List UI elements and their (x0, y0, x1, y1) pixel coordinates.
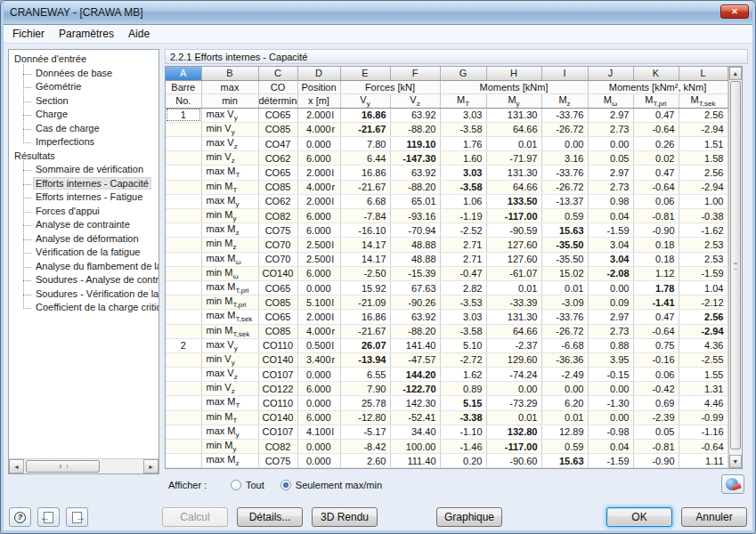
cell-value[interactable]: 3.04 (588, 252, 633, 266)
cell-barre-no[interactable] (166, 180, 201, 194)
cell-value[interactable]: 2.56 (679, 108, 728, 122)
tree-item-soudures-analyse-de-contrainte[interactable]: Soudures - Analyse de contrainte (20, 273, 159, 287)
cell-value[interactable]: 127.60 (486, 252, 541, 266)
cell-value[interactable]: 14.17 (340, 238, 390, 252)
cell-value[interactable]: 1.06 (440, 194, 486, 208)
cell-value[interactable]: -61.07 (486, 266, 541, 280)
cell-maxmin[interactable]: min Mz (201, 238, 258, 252)
cell-maxmin[interactable]: min Vy (201, 352, 258, 367)
column-letter-D[interactable]: D (297, 67, 340, 80)
cell-value[interactable]: -2.72 (440, 352, 486, 367)
cell-barre-no[interactable] (166, 122, 201, 136)
cell-value[interactable]: 0.18 (633, 238, 679, 252)
cell-value[interactable]: 0.88 (588, 338, 633, 352)
cell-value[interactable]: -74.24 (486, 368, 541, 382)
cell-value[interactable]: 0.00 (486, 382, 541, 396)
cell-position[interactable]: 0.000 (297, 454, 340, 468)
cell-value[interactable]: 1.58 (679, 151, 728, 166)
cell-co[interactable]: CO65 (258, 166, 297, 180)
cell-co[interactable]: CO107 (258, 368, 297, 382)
cell-value[interactable]: -90.60 (486, 454, 541, 468)
cell-co[interactable]: CO140 (258, 410, 297, 425)
cell-value[interactable]: 0.00 (588, 382, 633, 396)
cell-value[interactable]: 0.47 (633, 166, 679, 180)
cell-value[interactable]: 4.46 (679, 396, 728, 410)
column-letter-A[interactable]: A (166, 67, 201, 80)
cell-value[interactable]: -117.00 (486, 440, 541, 454)
cell-value[interactable]: 119.10 (390, 137, 440, 151)
menu-item-param-tres[interactable]: Paramètres (52, 26, 121, 42)
column-letter-H[interactable]: H (486, 67, 541, 80)
calcul-button[interactable]: Calcul (162, 507, 228, 527)
cell-value[interactable]: -1.10 (440, 425, 486, 439)
column-letter-I[interactable]: I (541, 67, 588, 80)
cell-value[interactable]: 4.36 (679, 338, 728, 352)
cell-value[interactable]: 48.88 (390, 238, 440, 252)
sidebar-hscroll-track[interactable] (24, 459, 143, 473)
cell-value[interactable]: -6.68 (541, 338, 588, 352)
cell-value[interactable]: -12.80 (340, 410, 390, 425)
cell-barre-no[interactable]: 2 (166, 338, 201, 352)
cell-value[interactable]: 0.59 (541, 440, 588, 454)
cell-value[interactable]: 67.63 (390, 280, 440, 295)
radio-seulement-maxmin[interactable]: Seulement max/min (280, 480, 382, 490)
cell-value[interactable]: 34.40 (390, 425, 440, 439)
details-button[interactable]: Détails... (237, 507, 303, 527)
cell-maxmin[interactable]: min My (201, 440, 258, 454)
cell-value[interactable]: -35.50 (541, 238, 588, 252)
cell-value[interactable]: 1.00 (679, 194, 728, 208)
next-table-button[interactable]: → (66, 507, 88, 527)
cell-position[interactable]: 2.000l (297, 194, 340, 208)
cell-co[interactable]: CO82 (258, 440, 297, 454)
cell-value[interactable]: 111.40 (390, 454, 440, 468)
cell-value[interactable]: -2.49 (541, 368, 588, 382)
cell-position[interactable]: 6.000 (297, 209, 340, 223)
cell-barre-no[interactable] (166, 252, 201, 266)
cell-value[interactable]: 1.51 (679, 137, 728, 151)
cell-barre-no[interactable] (166, 137, 201, 151)
cell-value[interactable]: 16.86 (340, 310, 390, 324)
cell-maxmin[interactable]: max MT (201, 166, 258, 180)
cell-value[interactable]: -122.70 (390, 382, 440, 396)
cell-barre-no[interactable]: 1 (166, 108, 201, 122)
cell-value[interactable]: -33.76 (541, 108, 588, 122)
cell-value[interactable]: 1.31 (679, 382, 728, 396)
tree-item-v-rification-de-la-fatigue[interactable]: Vérification de la fatigue (20, 246, 159, 260)
sidebar-hscroll-thumb[interactable] (26, 460, 100, 473)
cell-value[interactable]: -1.59 (679, 266, 728, 280)
cell-co[interactable]: CO110 (258, 338, 297, 352)
cell-value[interactable]: 2.73 (588, 324, 633, 338)
cell-value[interactable]: 12.89 (541, 425, 588, 439)
cell-value[interactable]: 64.66 (486, 180, 541, 194)
cell-position[interactable]: 0.000 (297, 280, 340, 295)
cell-barre-no[interactable] (166, 454, 201, 468)
cell-value[interactable]: 2.73 (588, 122, 633, 136)
cell-barre-no[interactable] (166, 382, 201, 396)
cell-maxmin[interactable]: max Mz (201, 223, 258, 238)
cell-value[interactable]: -0.64 (633, 180, 679, 194)
rendu-3d-button[interactable]: 3D Rendu (312, 507, 378, 527)
cell-value[interactable]: 131.30 (486, 310, 541, 324)
cell-co[interactable]: CO107 (258, 425, 297, 439)
cell-value[interactable]: -0.81 (633, 209, 679, 223)
cell-value[interactable]: 127.60 (486, 238, 541, 252)
cell-value[interactable]: 2.56 (679, 166, 728, 180)
cell-position[interactable]: 0.000 (297, 396, 340, 410)
radio-tout-icon[interactable] (231, 480, 241, 490)
cell-maxmin[interactable]: max Vy (201, 108, 258, 122)
radio-maxmin-icon[interactable] (280, 480, 291, 490)
annuler-button[interactable]: Annuler (681, 507, 747, 527)
cell-value[interactable]: -1.62 (679, 223, 728, 238)
cell-value[interactable]: 64.66 (486, 122, 541, 136)
cell-position[interactable]: 4.000r (297, 324, 340, 338)
cell-value[interactable]: 7.90 (340, 382, 390, 396)
cell-value[interactable]: 2.73 (588, 180, 633, 194)
cell-barre-no[interactable] (166, 368, 201, 382)
cell-value[interactable]: -47.57 (390, 352, 440, 367)
cell-value[interactable]: 0.01 (486, 280, 541, 295)
cell-position[interactable]: 6.000 (297, 410, 340, 425)
titlebar[interactable]: CRANEWAY - [CRAWA MB] ✕ (1, 1, 755, 25)
tree-item-coefficient-de-la-charge-critique[interactable]: Coefficient de la charge critique (20, 301, 159, 315)
cell-value[interactable]: 64.66 (486, 324, 541, 338)
tree-section-donn-e-d-entr-e[interactable]: Donnée d'entrée (12, 53, 159, 67)
